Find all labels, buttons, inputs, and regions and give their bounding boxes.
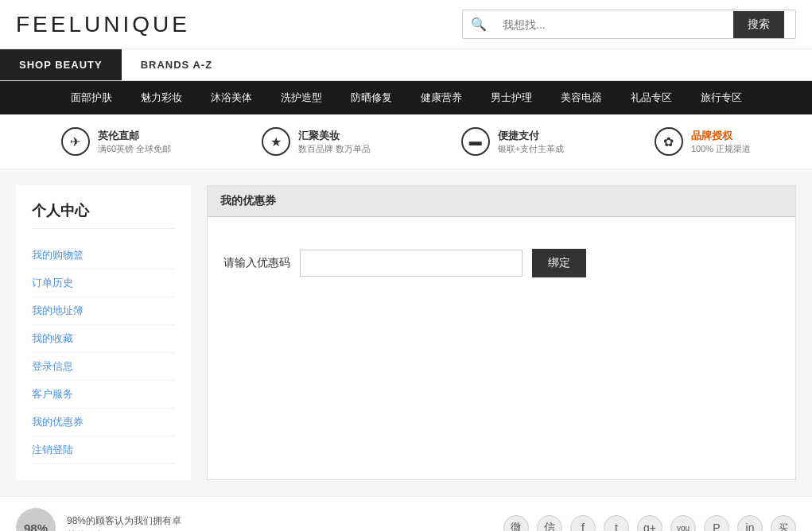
search-icon: 🔍 (463, 10, 495, 38)
sidebar-item-coupons[interactable]: 我的优惠券 (32, 409, 175, 436)
sidebar-item-cart[interactable]: 我的购物篮 (32, 242, 175, 269)
benefits-bar: ✈ 英伦直邮 满60英镑 全球免邮 ★ 汇聚美妆 数百品牌 数万单品 ▬ 便捷支… (0, 114, 812, 169)
facebook-icon[interactable]: f (570, 515, 596, 531)
footer-text: 98%的顾客认为我们拥有卓 越的服务 (67, 514, 181, 531)
cat-suncare[interactable]: 防晒修复 (336, 81, 406, 114)
cat-bath-body[interactable]: 沐浴美体 (196, 81, 266, 114)
benefit-auth-subtitle: 100% 正规渠道 (691, 143, 751, 155)
cat-travel[interactable]: 旅行专区 (686, 81, 756, 114)
benefit-payment: ▬ 便捷支付 银联+支付主革成 (453, 122, 572, 161)
shipping-icon: ✈ (61, 127, 90, 156)
benefit-shipping: ✈ 英伦直邮 满60英镑 全球免邮 (53, 122, 179, 161)
footer-text-line1: 98%的顾客认为我们拥有卓 (67, 514, 181, 528)
logo: FEELUNIQUE (16, 12, 190, 37)
coupon-section-body: 请输入优惠码 绑定 (208, 217, 795, 301)
cat-face-skincare[interactable]: 面部护肤 (56, 81, 126, 114)
header: FEELUNIQUE 🔍 搜索 (0, 0, 812, 49)
payment-icon: ▬ (461, 127, 490, 156)
footer: 98% 98%的顾客认为我们拥有卓 越的服务 微 信 f t g+ you P … (0, 496, 812, 531)
taobao-icon[interactable]: 买 (771, 515, 796, 531)
coupon-input[interactable] (300, 250, 523, 277)
cat-health[interactable]: 健康营养 (406, 81, 476, 114)
sidebar-title: 个人中心 (32, 201, 175, 229)
coupon-row: 请输入优惠码 绑定 (223, 249, 779, 277)
benefit-shipping-title: 英伦直邮 (98, 129, 171, 143)
benefit-brands: ★ 汇聚美妆 数百品牌 数万单品 (254, 122, 379, 161)
twitter-icon[interactable]: t (604, 515, 629, 531)
content-area: 我的优惠券 请输入优惠码 绑定 (207, 185, 796, 480)
sidebar-item-login-info[interactable]: 登录信息 (32, 353, 175, 381)
search-input[interactable] (495, 12, 733, 37)
rating-circle: 98% (16, 508, 56, 531)
tab-brands-az[interactable]: BRANDS A-Z (122, 49, 231, 80)
search-button[interactable]: 搜索 (733, 11, 784, 38)
coupon-label: 请输入优惠码 (223, 256, 290, 270)
nav-tabs: SHOP BEAUTY BRANDS A-Z (0, 49, 812, 81)
cat-appliances[interactable]: 美容电器 (546, 81, 616, 114)
benefit-payment-subtitle: 银联+支付主革成 (498, 143, 564, 155)
youtube-icon[interactable]: you (670, 515, 696, 531)
sidebar-item-address[interactable]: 我的地址簿 (32, 297, 175, 325)
sidebar-item-favorites[interactable]: 我的收藏 (32, 325, 175, 353)
googleplus-icon[interactable]: g+ (637, 515, 662, 531)
tab-shop-beauty[interactable]: SHOP BEAUTY (0, 49, 122, 80)
pinterest-icon[interactable]: P (704, 515, 729, 531)
social-icons: 微 信 f t g+ you P in 买 (503, 515, 796, 531)
benefit-auth: ✿ 品牌授权 100% 正规渠道 (647, 122, 759, 161)
cat-men[interactable]: 男士护理 (476, 81, 546, 114)
auth-icon: ✿ (655, 127, 683, 156)
cat-gifts[interactable]: 礼品专区 (616, 81, 686, 114)
search-bar: 🔍 搜索 (462, 10, 796, 39)
category-nav: 面部护肤 魅力彩妆 沐浴美体 洗护造型 防晒修复 健康营养 男士护理 美容电器 … (0, 81, 812, 114)
benefit-payment-title: 便捷支付 (498, 129, 564, 143)
footer-text-line2: 越的服务 (67, 528, 181, 531)
benefit-auth-title: 品牌授权 (691, 129, 751, 143)
footer-left: 98% 98%的顾客认为我们拥有卓 越的服务 (16, 508, 181, 531)
sidebar-item-customer-service[interactable]: 客户服务 (32, 381, 175, 409)
sidebar-item-orders[interactable]: 订单历史 (32, 269, 175, 297)
benefit-brands-subtitle: 数百品牌 数万单品 (298, 143, 371, 155)
coupon-bind-button[interactable]: 绑定 (532, 249, 586, 277)
sidebar-item-logout[interactable]: 注销登陆 (32, 436, 175, 464)
wechat-icon[interactable]: 信 (537, 515, 562, 531)
main-content: 个人中心 我的购物篮 订单历史 我的地址簿 我的收藏 登录信息 客户服务 我的优… (0, 169, 812, 496)
coupon-section-header: 我的优惠券 (208, 186, 795, 217)
weibo-icon[interactable]: 微 (503, 515, 529, 531)
instagram-icon[interactable]: in (737, 515, 763, 531)
brands-icon: ★ (262, 127, 290, 156)
cat-hair[interactable]: 洗护造型 (266, 81, 336, 114)
benefit-brands-title: 汇聚美妆 (298, 129, 371, 143)
benefit-shipping-subtitle: 满60英镑 全球免邮 (98, 143, 171, 155)
cat-makeup[interactable]: 魅力彩妆 (126, 81, 196, 114)
sidebar: 个人中心 我的购物篮 订单历史 我的地址簿 我的收藏 登录信息 客户服务 我的优… (16, 185, 191, 480)
